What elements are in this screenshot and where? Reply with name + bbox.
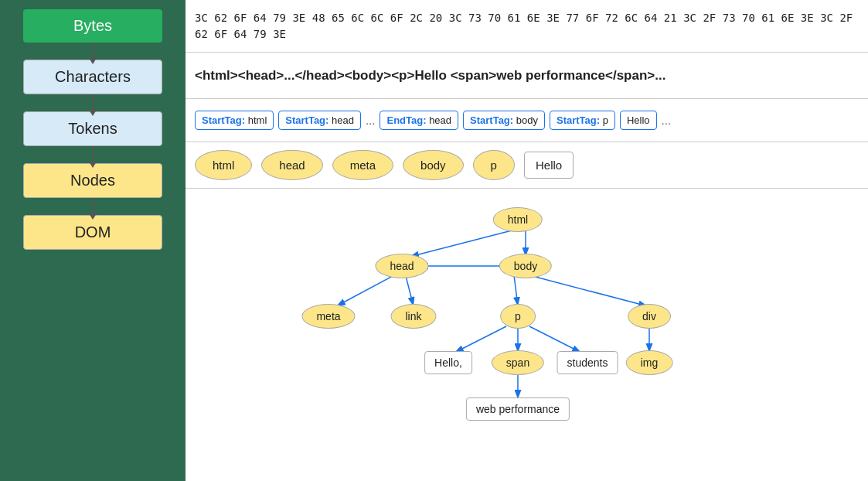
token-starthtml-value: html (248, 114, 267, 126)
dom-meta-label: meta (301, 304, 355, 329)
dom-span-label: span (492, 350, 544, 375)
token-starthead-value: head (332, 114, 354, 126)
dom-img-label: img (626, 350, 673, 375)
pipeline-characters: Characters (23, 60, 162, 94)
arrow-chars-tokens (92, 94, 94, 111)
dom-webperf-label: web performance (466, 397, 570, 421)
dom-div-label: div (628, 304, 671, 329)
node-p: p (473, 150, 515, 180)
chars-section: <html><head>...</head><body><p>Hello <sp… (186, 53, 868, 99)
dom-head-label: head (375, 254, 428, 278)
dom-div: div (628, 304, 671, 329)
token-list: StartTag: html StartTag: head ... EndTag… (195, 111, 671, 130)
token-startbody-label: StartTag: (470, 114, 513, 126)
node-list: html head meta body p Hello (195, 150, 574, 180)
dom-head: head (375, 254, 428, 278)
pipeline-bytes: Bytes (23, 9, 162, 43)
dom-hello-box: Hello, (424, 351, 472, 374)
dom-html-label: html (493, 207, 543, 232)
pipeline: Bytes Characters Tokens Nodes DOM (0, 0, 186, 481)
bytes-text: 3C 62 6F 64 79 3E 48 65 6C 6C 6F 2C 20 3… (195, 10, 859, 43)
token-startbody-value: body (516, 114, 538, 126)
dom-p: p (500, 304, 536, 329)
dom-html: html (493, 207, 543, 232)
dom-span: span (492, 350, 544, 375)
token-endhead-value: head (429, 114, 451, 126)
svg-line-3 (336, 275, 394, 306)
node-body: body (403, 150, 464, 180)
token-hello: Hello (620, 111, 657, 130)
svg-line-5 (514, 275, 518, 306)
token-ellipsis1: ... (366, 114, 376, 127)
node-hello-box: Hello (524, 152, 574, 179)
token-endhead: EndTag: head (380, 111, 458, 130)
content-area: 3C 62 6F 64 79 3E 48 65 6C 6C 6F 2C 20 3… (186, 0, 868, 481)
token-startbody: StartTag: body (463, 111, 545, 130)
main-container: Bytes Characters Tokens Nodes DOM 3C 62 … (0, 0, 868, 481)
dom-body: body (499, 254, 552, 278)
node-meta: meta (332, 150, 393, 180)
token-starthead: StartTag: head (278, 111, 361, 130)
dom-section: html head body meta link (186, 189, 868, 481)
token-ellipsis2: ... (662, 114, 672, 127)
nodes-section: html head meta body p Hello (186, 142, 868, 189)
token-startp-label: StartTag: (557, 114, 600, 126)
dom-tree: html head body meta link (186, 196, 868, 397)
token-startp-value: p (603, 114, 608, 126)
dom-link: link (390, 304, 436, 329)
pipeline-tokens: Tokens (23, 111, 162, 146)
token-starthtml-label: StartTag: (202, 114, 245, 126)
dom-img: img (626, 350, 673, 375)
token-starthead-label: StartTag: (285, 114, 328, 126)
arrow-bytes-chars (92, 43, 94, 60)
svg-line-1 (410, 229, 518, 257)
dom-students: students (557, 351, 618, 374)
pipeline-dom: DOM (23, 215, 162, 250)
chars-display: <html><head>...</head><body><p>Hello <sp… (195, 68, 665, 83)
dom-hello-box-label: Hello, (424, 351, 472, 374)
dom-body-label: body (499, 254, 552, 278)
token-endhead-label: EndTag: (386, 114, 426, 126)
dom-meta: meta (301, 304, 355, 329)
chars-text: <html><head>...</head><body><p>Hello <sp… (195, 68, 665, 84)
arrow-nodes-dom (92, 198, 94, 215)
tokens-section: StartTag: html StartTag: head ... EndTag… (186, 99, 868, 142)
token-hello-value: Hello (627, 114, 650, 126)
token-startp: StartTag: p (550, 111, 615, 130)
dom-p-label: p (500, 304, 536, 329)
svg-line-9 (529, 326, 581, 353)
node-head: head (261, 150, 322, 180)
dom-students-label: students (557, 351, 618, 374)
dom-webperf: web performance (466, 397, 570, 421)
bytes-section: 3C 62 6F 64 79 3E 48 65 6C 6C 6F 2C 20 3… (186, 0, 868, 53)
dom-link-label: link (390, 304, 436, 329)
arrow-tokens-nodes (92, 146, 94, 163)
svg-line-4 (406, 276, 414, 306)
pipeline-nodes: Nodes (23, 163, 162, 198)
svg-line-7 (454, 326, 506, 353)
svg-line-6 (529, 275, 648, 306)
token-starthtml: StartTag: html (195, 111, 274, 130)
node-html: html (195, 150, 252, 180)
